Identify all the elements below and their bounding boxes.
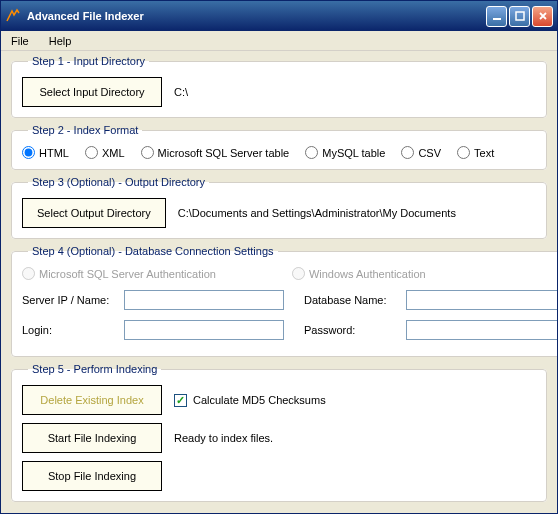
md5-checkbox-wrap[interactable]: ✓ Calculate MD5 Checksums bbox=[174, 394, 326, 407]
step3-legend: Step 3 (Optional) - Output Directory bbox=[28, 176, 209, 188]
svg-rect-0 bbox=[493, 18, 501, 20]
window-title: Advanced File Indexer bbox=[27, 10, 486, 22]
input-dir-path: C:\ bbox=[174, 86, 188, 98]
menu-help[interactable]: Help bbox=[43, 33, 78, 49]
md5-label: Calculate MD5 Checksums bbox=[193, 394, 326, 406]
format-mssql-radio[interactable]: Microsoft SQL Server table bbox=[141, 146, 290, 159]
dbname-label: Database Name: bbox=[304, 294, 400, 306]
stop-indexing-button[interactable]: Stop File Indexing bbox=[22, 461, 162, 491]
content: Step 1 - Input Directory Select Input Di… bbox=[1, 51, 557, 513]
step2-group: Step 2 - Index Format HTML XML Microsoft… bbox=[11, 124, 547, 170]
format-mysql-radio[interactable]: MySQL table bbox=[305, 146, 385, 159]
select-input-dir-button[interactable]: Select Input Directory bbox=[22, 77, 162, 107]
minimize-button[interactable] bbox=[486, 6, 507, 27]
password-input[interactable] bbox=[406, 320, 557, 340]
step5-group: Step 5 - Perform Indexing Delete Existin… bbox=[11, 363, 547, 502]
app-icon bbox=[5, 8, 21, 24]
svg-rect-1 bbox=[516, 12, 524, 20]
menu-file[interactable]: File bbox=[5, 33, 35, 49]
maximize-button[interactable] bbox=[509, 6, 530, 27]
format-csv-radio[interactable]: CSV bbox=[401, 146, 441, 159]
titlebar: Advanced File Indexer bbox=[1, 1, 557, 31]
step1-group: Step 1 - Input Directory Select Input Di… bbox=[11, 55, 547, 118]
login-input[interactable] bbox=[124, 320, 284, 340]
login-label: Login: bbox=[22, 324, 118, 336]
status-text: Ready to index files. bbox=[174, 432, 273, 444]
format-text-radio[interactable]: Text bbox=[457, 146, 494, 159]
close-button[interactable] bbox=[532, 6, 553, 27]
start-indexing-button[interactable]: Start File Indexing bbox=[22, 423, 162, 453]
format-xml-radio[interactable]: XML bbox=[85, 146, 125, 159]
window-buttons bbox=[486, 6, 553, 27]
auth-mssql-radio: Microsoft SQL Server Authentication bbox=[22, 267, 216, 280]
select-output-dir-button[interactable]: Select Output Directory bbox=[22, 198, 166, 228]
server-input[interactable] bbox=[124, 290, 284, 310]
step4-legend: Step 4 (Optional) - Database Connection … bbox=[28, 245, 278, 257]
dbname-input[interactable] bbox=[406, 290, 557, 310]
md5-checkbox[interactable]: ✓ bbox=[174, 394, 187, 407]
output-dir-path: C:\Documents and Settings\Administrator\… bbox=[178, 207, 456, 219]
step3-group: Step 3 (Optional) - Output Directory Sel… bbox=[11, 176, 547, 239]
format-html-radio[interactable]: HTML bbox=[22, 146, 69, 159]
password-label: Password: bbox=[304, 324, 400, 336]
step4-group: Step 4 (Optional) - Database Connection … bbox=[11, 245, 557, 357]
step1-legend: Step 1 - Input Directory bbox=[28, 55, 149, 67]
auth-win-radio: Windows Authentication bbox=[292, 267, 426, 280]
menubar: File Help bbox=[1, 31, 557, 51]
app-window: Advanced File Indexer File Help Step 1 -… bbox=[0, 0, 558, 514]
step5-legend: Step 5 - Perform Indexing bbox=[28, 363, 161, 375]
server-label: Server IP / Name: bbox=[22, 294, 118, 306]
step2-legend: Step 2 - Index Format bbox=[28, 124, 142, 136]
delete-index-button[interactable]: Delete Existing Index bbox=[22, 385, 162, 415]
